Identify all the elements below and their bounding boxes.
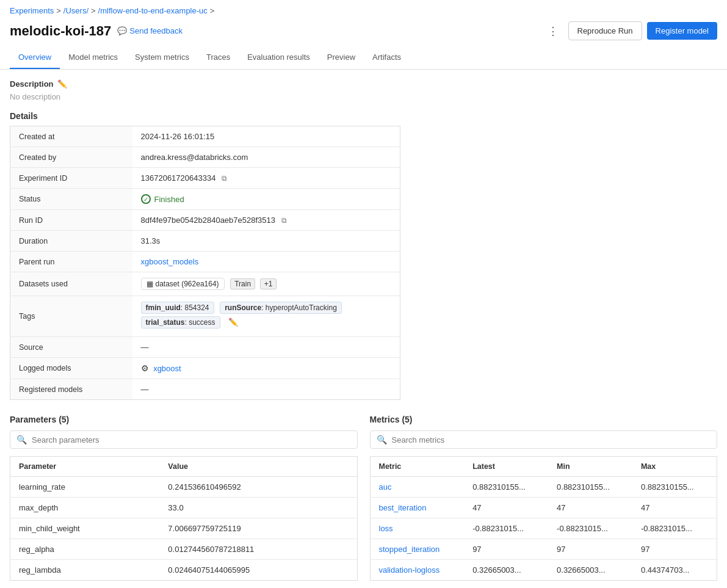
metric-name[interactable]: auc <box>370 477 464 498</box>
metrics-search-box[interactable]: 🔍 <box>370 430 718 449</box>
parameters-section: Parameters (5) 🔍 Parameter Value learnin… <box>10 415 358 581</box>
metrics-section: Metrics (5) 🔍 Metric Latest Min Max auc0… <box>370 415 718 581</box>
metric-name[interactable]: best_iteration <box>370 498 464 518</box>
details-row-created-by: Created by andrea.kress@databricks.com <box>10 147 400 168</box>
details-table: Created at 2024-11-26 16:01:15 Created b… <box>10 126 400 400</box>
run-id-value: 8df4fe97be0542b2840aeb7e528f3513 <box>141 216 276 225</box>
metric-latest: 0.32665003... <box>464 560 548 581</box>
details-val-datasets: ▦ dataset (962ea164) Train +1 <box>132 272 400 296</box>
parameter-row: learning_rate0.241536610496592 <box>10 477 358 498</box>
feedback-label: Send feedback <box>129 26 183 35</box>
param-value: 0.241536610496592 <box>159 477 357 498</box>
tab-traces[interactable]: Traces <box>198 46 239 69</box>
details-row-parent-run: Parent run xgboost_models <box>10 252 400 272</box>
tab-system-metrics[interactable]: System metrics <box>126 46 198 69</box>
metrics-search-input[interactable] <box>392 435 711 445</box>
tab-model-metrics[interactable]: Model metrics <box>60 46 126 69</box>
metric-max: 97 <box>632 539 717 560</box>
metric-max: 0.44374703... <box>632 560 717 581</box>
tab-bar: Overview Model metrics System metrics Tr… <box>0 46 727 70</box>
parameter-row: max_depth33.0 <box>10 498 358 518</box>
more-options-button[interactable]: ⋮ <box>543 22 563 40</box>
metric-latest: 47 <box>464 498 548 518</box>
param-name: max_depth <box>10 498 160 518</box>
status-label: Finished <box>154 195 184 204</box>
details-val-source: — <box>132 337 400 358</box>
metric-name[interactable]: loss <box>370 518 464 539</box>
latest-col-header: Latest <box>464 457 548 477</box>
metrics-table: Metric Latest Min Max auc0.882310155...0… <box>370 456 718 581</box>
register-model-button[interactable]: Register model <box>647 22 717 40</box>
header-left: melodic-koi-187 💬 Send feedback <box>10 23 183 39</box>
metric-row: auc0.882310155...0.882310155...0.8823101… <box>370 477 717 498</box>
breadcrumb-sep2: > <box>91 6 96 15</box>
metric-row: loss-0.88231015...-0.88231015...-0.88231… <box>370 518 717 539</box>
metric-row: validation-logloss0.32665003...0.3266500… <box>370 560 717 581</box>
metric-min: 47 <box>548 498 632 518</box>
details-key-created-at: Created at <box>10 126 132 147</box>
status-finished: ✓ Finished <box>141 194 392 204</box>
train-badge: Train <box>230 278 255 289</box>
param-value: 33.0 <box>159 498 357 518</box>
parameters-search-box[interactable]: 🔍 <box>10 430 358 449</box>
breadcrumb: Experiments > /Users/ > /mlflow-end-to-e… <box>0 0 727 18</box>
details-val-duration: 31.3s <box>132 231 400 252</box>
metric-name[interactable]: stopped_iteration <box>370 539 464 560</box>
metric-row: stopped_iteration979797 <box>370 539 717 560</box>
dataset-name: dataset (962ea164) <box>156 280 219 288</box>
logged-model-link[interactable]: xgboost <box>153 364 181 373</box>
parameters-title: Parameters (5) <box>10 415 358 424</box>
main-content: Description ✏️ No description Details Cr… <box>0 70 727 588</box>
parameter-row: reg_alpha0.012744560787218811 <box>10 539 358 560</box>
description-label: Description <box>10 79 54 89</box>
breadcrumb-users[interactable]: /Users/ <box>63 6 89 15</box>
extra-datasets-badge[interactable]: +1 <box>260 278 277 289</box>
metric-row: best_iteration474747 <box>370 498 717 518</box>
feedback-button[interactable]: 💬 Send feedback <box>117 26 183 35</box>
breadcrumb-sep3: > <box>210 6 215 15</box>
param-value: 0.012744560787218811 <box>159 539 357 560</box>
tab-evaluation-results[interactable]: Evaluation results <box>239 46 319 69</box>
metric-max: -0.88231015... <box>632 518 717 539</box>
value-col-header: Value <box>159 457 357 477</box>
tags-edit-icon[interactable]: ✏️ <box>228 318 238 327</box>
details-key-datasets: Datasets used <box>10 272 132 296</box>
param-name: learning_rate <box>10 477 160 498</box>
parent-run-link[interactable]: xgboost_models <box>141 257 199 266</box>
feedback-icon: 💬 <box>117 26 127 35</box>
details-val-logged-models: ⚙ xgboost <box>132 358 400 379</box>
details-val-created-by: andrea.kress@databricks.com <box>132 147 400 168</box>
details-key-tags: Tags <box>10 296 132 337</box>
tab-artifacts[interactable]: Artifacts <box>364 46 410 69</box>
param-value: 7.006697759725119 <box>159 518 357 539</box>
details-val-created-at: 2024-11-26 16:01:15 <box>132 126 400 147</box>
param-name: min_child_weight <box>10 518 160 539</box>
metric-latest: 0.882310155... <box>464 477 548 498</box>
details-key-experiment-id: Experiment ID <box>10 168 132 189</box>
metric-min: 0.882310155... <box>548 477 632 498</box>
bottom-section: Parameters (5) 🔍 Parameter Value learnin… <box>10 415 717 581</box>
metric-latest: 97 <box>464 539 548 560</box>
breadcrumb-experiments[interactable]: Experiments <box>10 6 54 15</box>
parameters-search-input[interactable] <box>32 435 351 445</box>
description-edit-icon[interactable]: ✏️ <box>57 79 67 89</box>
details-row-run-id: Run ID 8df4fe97be0542b2840aeb7e528f3513 … <box>10 210 400 231</box>
tag-trial-status: trial_status: success <box>141 316 220 328</box>
page-header: melodic-koi-187 💬 Send feedback ⋮ Reprod… <box>0 18 727 46</box>
dataset-tag[interactable]: ▦ dataset (962ea164) <box>141 278 225 290</box>
param-value: 0.02464075144065995 <box>159 560 357 581</box>
details-row-datasets: Datasets used ▦ dataset (962ea164) Train… <box>10 272 400 296</box>
breadcrumb-path[interactable]: /mlflow-end-to-end-example-uc <box>98 6 208 15</box>
reproduce-run-button[interactable]: Reproduce Run <box>568 21 642 40</box>
tab-overview[interactable]: Overview <box>10 46 60 69</box>
metric-name[interactable]: validation-logloss <box>370 560 464 581</box>
details-row-duration: Duration 31.3s <box>10 231 400 252</box>
details-key-created-by: Created by <box>10 147 132 168</box>
details-key-source: Source <box>10 337 132 358</box>
tab-preview[interactable]: Preview <box>319 46 364 69</box>
dataset-grid-icon: ▦ <box>146 280 153 288</box>
run-id-copy-icon[interactable]: ⧉ <box>281 216 287 225</box>
tags-container: fmin_uuid: 854324 runSource: hyperoptAut… <box>141 302 392 331</box>
min-col-header: Min <box>548 457 632 477</box>
experiment-id-copy-icon[interactable]: ⧉ <box>222 174 227 183</box>
